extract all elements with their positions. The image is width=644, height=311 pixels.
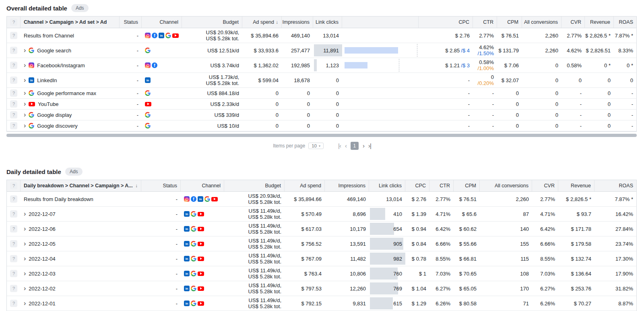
help-icon[interactable]: ? — [10, 300, 17, 307]
channel-cell — [142, 43, 182, 58]
ctr-target: /1.00% — [478, 65, 494, 71]
chevron-right-icon[interactable]: › — [24, 112, 26, 117]
chevron-right-icon[interactable]: › — [24, 241, 26, 246]
col-header-name[interactable]: Daily breakdown > Channel > Campaign > A… — [21, 180, 141, 191]
current-page[interactable]: 1 — [351, 142, 359, 150]
row-help-cell: ? — [7, 251, 21, 266]
link-clicks-value: 1,123 — [326, 62, 339, 68]
col-header-ad-spend[interactable]: Ad spend ↓ — [242, 17, 282, 28]
help-icon[interactable]: ? — [10, 270, 17, 277]
help-icon[interactable]: ? — [10, 111, 17, 118]
overall-table: ? Channel > Campaign > Ad set > Ad Statu… — [6, 16, 637, 132]
chevron-right-icon[interactable]: › — [24, 211, 26, 216]
last-page-button[interactable]: ›| — [368, 142, 371, 149]
chevron-right-icon[interactable]: › — [24, 123, 26, 128]
col-header-channel[interactable]: Channel — [181, 180, 224, 191]
chevron-right-icon[interactable]: › — [24, 286, 26, 291]
chevron-right-icon[interactable]: › — [24, 256, 26, 261]
chevron-right-icon[interactable]: › — [24, 226, 26, 231]
col-header-roas[interactable]: ROAS — [594, 180, 636, 191]
col-header-impressions[interactable]: Impressions — [325, 180, 369, 191]
help-icon[interactable]: ? — [10, 89, 17, 97]
chevron-right-icon[interactable]: › — [24, 48, 26, 53]
table-row[interactable]: ? › 2022-12-06 - in US$ 11.49k/d, US$ 5.… — [7, 222, 636, 236]
col-header-cpc[interactable]: CPC — [419, 17, 473, 28]
help-icon[interactable]: ? — [10, 32, 17, 39]
col-header-name[interactable]: Channel > Campaign > Ad set > Ad — [21, 17, 120, 28]
col-header-ad-spend[interactable]: Ad spend — [285, 180, 325, 191]
table-row[interactable]: ? › Results from Channel - fin US$ 20.93… — [7, 28, 636, 43]
chevron-right-icon[interactable]: › — [24, 78, 26, 83]
col-header-cpm[interactable]: CPM — [454, 180, 480, 191]
help-icon[interactable]: ? — [10, 100, 17, 108]
col-header-conversions[interactable]: All conversions — [522, 17, 561, 28]
help-icon[interactable]: ? — [10, 182, 17, 189]
conversions-value: 2,260 — [522, 43, 561, 58]
col-header-status[interactable]: Status — [141, 180, 181, 191]
help-icon[interactable]: ? — [10, 210, 17, 218]
help-icon[interactable]: ? — [10, 122, 17, 129]
col-header-conversions[interactable]: All conversions — [480, 180, 532, 191]
horizontal-scrollbar[interactable] — [6, 134, 637, 137]
col-header-channel[interactable]: Channel — [142, 17, 182, 28]
help-icon[interactable]: ? — [10, 195, 17, 203]
first-page-button[interactable]: |‹ — [338, 142, 341, 149]
roas-value: - — [614, 88, 636, 98]
header-help-cell: ? — [7, 180, 21, 191]
link-clicks-cell: 615 — [369, 296, 405, 311]
chevron-right-icon[interactable]: › — [24, 301, 26, 306]
help-icon[interactable]: ? — [10, 62, 17, 69]
col-header-ctr[interactable]: CTR — [429, 180, 454, 191]
help-icon[interactable]: ? — [10, 77, 17, 84]
next-page-button[interactable]: › — [363, 142, 364, 149]
col-header-revenue[interactable]: Revenue — [558, 180, 594, 191]
col-header-link-clicks[interactable]: Link clicks — [369, 180, 405, 191]
channel-icons — [145, 102, 151, 106]
col-header-cpc[interactable]: CPC — [405, 180, 429, 191]
table-row[interactable]: ? › 2022-12-02 - in US$ 11.49k/d, US$ 5.… — [7, 281, 636, 296]
help-icon[interactable]: ? — [10, 47, 17, 54]
col-header-impressions[interactable]: Impressions — [282, 17, 313, 28]
table-row[interactable]: ? › 2022-12-04 - in US$ 11.49k/d, US$ 5.… — [7, 251, 636, 266]
col-header-roas[interactable]: ROAS — [614, 17, 636, 28]
col-header-cvr[interactable]: CVR — [532, 180, 558, 191]
help-icon[interactable]: ? — [10, 240, 17, 247]
col-header-cvr[interactable]: CVR — [561, 17, 585, 28]
row-label: YouTube — [38, 101, 58, 107]
col-header-budget[interactable]: Budget — [182, 17, 242, 28]
table-row[interactable]: ? › Google performance max - US$ 884.18/… — [7, 88, 636, 99]
col-header-status[interactable]: Status — [120, 17, 142, 28]
table-row[interactable]: ? › 2022-12-01 - in US$ 11.49k/d, US$ 5.… — [7, 296, 636, 311]
table-row[interactable]: ? › 2022-12-03 - in US$ 11.49k/d, US$ 5.… — [7, 266, 636, 281]
col-header-budget[interactable]: Budget — [224, 180, 285, 191]
col-header-link-clicks[interactable]: Link clicks — [313, 17, 342, 28]
row-channel-icon — [29, 102, 35, 106]
col-header-revenue[interactable]: Revenue — [585, 17, 614, 28]
help-icon[interactable]: ? — [10, 255, 17, 262]
previous-page-button[interactable]: ‹ — [345, 142, 347, 149]
table-row[interactable]: ? › Google search - US$ 12.51k/d $ 33,93… — [7, 43, 636, 58]
row-label: 2022-12-05 — [29, 241, 56, 247]
table-row[interactable]: ? › Google display - US$ 339/d 0 0 0 — [7, 110, 636, 120]
table-row[interactable]: ? › in LinkedIn - in US$ 1.73k/d, US$ 5.… — [7, 73, 636, 88]
ctr-value: 6.42% — [429, 222, 454, 236]
help-icon[interactable]: ? — [10, 285, 17, 292]
table-row[interactable]: ? › Facebook/Instagram - f US$ 3.74k/d $… — [7, 58, 636, 73]
help-icon[interactable]: ? — [10, 19, 17, 26]
help-icon[interactable]: ? — [10, 225, 17, 232]
link-clicks-value: 769 — [393, 286, 402, 292]
table-row[interactable]: ? › 2022-12-07 - in US$ 11.49k/d, US$ 5.… — [7, 207, 636, 222]
items-per-page-select[interactable]: 10 ▾ — [308, 143, 324, 149]
table-row[interactable]: ? › Google discovery - US$ 10/d 0 0 0 — [7, 120, 636, 131]
chevron-right-icon[interactable]: › — [24, 63, 26, 68]
col-header-ctr[interactable]: CTR — [473, 17, 497, 28]
chevron-right-icon[interactable]: › — [24, 102, 26, 106]
table-row[interactable]: ? › Results from Daily breakdown - fin U… — [7, 192, 636, 207]
table-row[interactable]: ? › 2022-12-05 - in US$ 11.49k/d, US$ 5.… — [7, 236, 636, 251]
chevron-right-icon[interactable]: › — [24, 91, 26, 95]
table-row[interactable]: ? › YouTube - US$ 2.33k/d 0 0 0 — [7, 99, 636, 110]
col-header-cpm[interactable]: CPM — [497, 17, 522, 28]
cpm-value: $ 80.58 — [454, 296, 480, 311]
ctr-cell: - — [473, 110, 497, 120]
chevron-right-icon[interactable]: › — [24, 271, 26, 276]
